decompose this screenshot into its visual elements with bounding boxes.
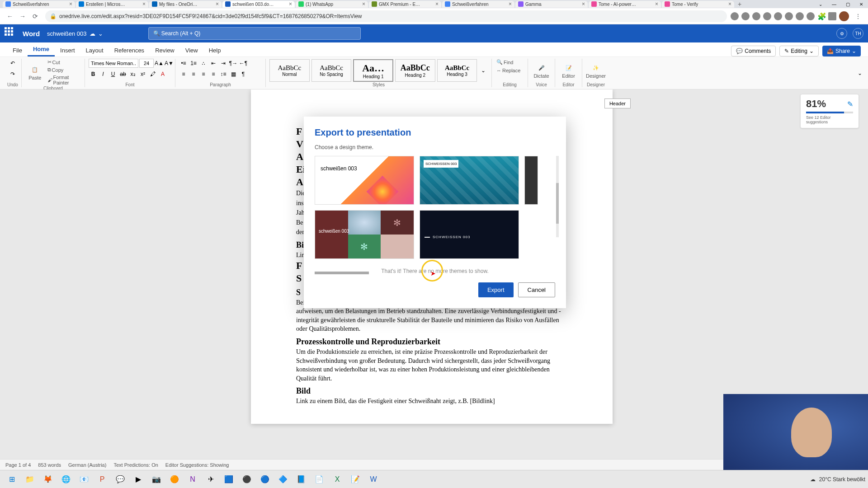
show-marks-button[interactable]: ¶ (239, 70, 248, 79)
minimize-icon[interactable]: — (827, 0, 841, 8)
extension-icon[interactable] (741, 12, 750, 20)
highlight-button[interactable]: 🖍 (148, 70, 157, 79)
extension-icon[interactable] (774, 12, 782, 20)
theme-option-3[interactable]: schweißen 003 (315, 210, 414, 259)
tab-help[interactable]: Help (203, 44, 226, 56)
tab-insert[interactable]: Insert (55, 44, 80, 56)
tab-9[interactable]: Tome - Verify× (662, 1, 734, 8)
justify-button[interactable]: ≡ (209, 70, 218, 79)
close-icon[interactable]: × (362, 1, 365, 7)
powerpoint-icon[interactable]: P (95, 472, 109, 487)
close-icon[interactable]: × (728, 1, 731, 7)
theme-option-peek[interactable] (524, 156, 538, 205)
find-button[interactable]: 🔍 Find (495, 59, 514, 66)
paste-button[interactable]: 📋Paste (25, 64, 45, 80)
gear-icon[interactable]: ⚙ (836, 28, 847, 39)
menu-icon[interactable]: ⋮ (853, 11, 863, 22)
collapse-ribbon-icon[interactable]: ⌄ (855, 69, 864, 78)
tab-file[interactable]: File (7, 44, 28, 56)
export-button[interactable]: Export (478, 282, 514, 297)
share-button[interactable]: 📤 Share ⌄ (822, 46, 861, 56)
align-center-button[interactable]: ≡ (189, 70, 198, 79)
grow-font-icon[interactable]: A▲ (155, 59, 164, 68)
editing-button[interactable]: ✎ Editing ⌄ (779, 46, 819, 56)
telegram-icon[interactable]: ✈ (203, 472, 218, 487)
chrome-icon[interactable]: 🌐 (59, 472, 73, 487)
font-color-button[interactable]: A (158, 70, 167, 79)
onenote-icon[interactable]: N (185, 472, 200, 487)
app-icon[interactable]: 💬 (113, 472, 127, 487)
indent-button[interactable]: ⇥ (219, 59, 228, 68)
tab-8[interactable]: Tome - AI-power…× (589, 1, 661, 8)
style-heading-3[interactable]: AaBbCcHeading 3 (437, 59, 477, 82)
font-size-select[interactable] (139, 59, 154, 68)
close-icon[interactable]: × (289, 1, 292, 7)
vlc-icon[interactable]: ▶ (131, 472, 146, 487)
underline-button[interactable]: U (108, 70, 118, 79)
extensions-icon[interactable]: 🧩 (817, 12, 826, 20)
tab-review[interactable]: Review (150, 44, 180, 56)
extension-icon[interactable] (785, 12, 793, 20)
tab-home[interactable]: Home (28, 43, 55, 56)
tab-1[interactable]: Erstellen | Micros…× (76, 1, 148, 8)
tab-4[interactable]: (1) WhatsApp× (296, 1, 368, 8)
redo-button[interactable]: ↷ (8, 70, 17, 79)
close-icon[interactable]: ✕ (854, 0, 868, 8)
extension-icon[interactable] (807, 12, 815, 20)
editor-button[interactable]: 📝Editor (559, 62, 578, 79)
close-icon[interactable]: × (582, 1, 585, 7)
extension-icon[interactable] (731, 12, 739, 20)
tab-references[interactable]: References (109, 44, 150, 56)
search-input[interactable]: 🔍 Search (Alt + Q) (148, 27, 361, 40)
document-title[interactable]: schweißen 003☁⌄ (47, 30, 103, 37)
themes-scrollbar[interactable] (556, 156, 559, 237)
reload-button[interactable]: ⟳ (30, 11, 41, 22)
italic-button[interactable]: I (99, 70, 108, 79)
undo-button[interactable]: ↶ (8, 59, 17, 68)
multilevel-button[interactable]: ⛬ (199, 59, 208, 68)
cut-button[interactable]: ✂ Cut (47, 59, 81, 66)
app-icon[interactable]: 📘 (294, 472, 308, 487)
tab-2[interactable]: My files - OneDri…× (149, 1, 222, 8)
shading-button[interactable]: ▦ (229, 70, 238, 79)
format-painter-button[interactable]: 🖌 Format Painter (47, 74, 81, 86)
app-icon[interactable]: 🟠 (167, 472, 182, 487)
close-icon[interactable]: × (509, 1, 512, 7)
copy-button[interactable]: ⧉ Copy (47, 66, 81, 73)
cancel-button[interactable]: Cancel (518, 282, 555, 297)
extension-icon[interactable] (763, 12, 771, 20)
excel-icon[interactable]: X (330, 472, 344, 487)
style-heading-2[interactable]: AaBbCcHeading 2 (395, 59, 435, 82)
numbering-button[interactable]: 1≡ (189, 59, 198, 68)
new-tab-button[interactable]: + (738, 0, 741, 8)
align-left-button[interactable]: ≡ (179, 70, 188, 79)
start-button[interactable]: ⊞ (5, 472, 19, 487)
line-spacing-button[interactable]: ↕≡ (219, 70, 228, 79)
theme-option-1[interactable]: schweißen 003 (315, 156, 414, 205)
theme-option-4[interactable]: SCHWEISSEN 003 (420, 210, 519, 259)
tab-5[interactable]: GMX Premium - E…× (369, 1, 441, 8)
style-heading-1[interactable]: Aa…Heading 1 (353, 59, 393, 82)
rtl-button[interactable]: ←¶ (239, 59, 248, 68)
comments-button[interactable]: 💬 Comments (731, 46, 776, 56)
close-icon[interactable]: × (142, 1, 146, 7)
shrink-font-icon[interactable]: A▼ (165, 59, 174, 68)
style-normal[interactable]: AaBbCcNormal (269, 59, 310, 82)
close-icon[interactable]: × (69, 1, 72, 7)
tab-layout[interactable]: Layout (80, 44, 109, 56)
font-name-select[interactable] (89, 59, 138, 68)
app-icon[interactable]: 📄 (312, 472, 326, 487)
tab-view[interactable]: View (180, 44, 203, 56)
app-launcher-icon[interactable] (5, 27, 17, 40)
firefox-icon[interactable]: 🦊 (41, 472, 55, 487)
outlook-icon[interactable]: 📧 (77, 472, 91, 487)
obs-icon[interactable]: ⚫ (240, 472, 254, 487)
tab-0[interactable]: Schweißverfahren× (3, 1, 75, 8)
back-button[interactable]: ← (5, 11, 15, 22)
superscript-button[interactable]: x² (138, 70, 147, 79)
user-avatar[interactable]: TH (853, 28, 863, 39)
replace-button[interactable]: ↔ Replace (495, 67, 521, 74)
word-icon[interactable]: W (366, 472, 381, 487)
styles-expand-icon[interactable]: ⌄ (479, 66, 488, 75)
extension-icon[interactable] (796, 12, 804, 20)
